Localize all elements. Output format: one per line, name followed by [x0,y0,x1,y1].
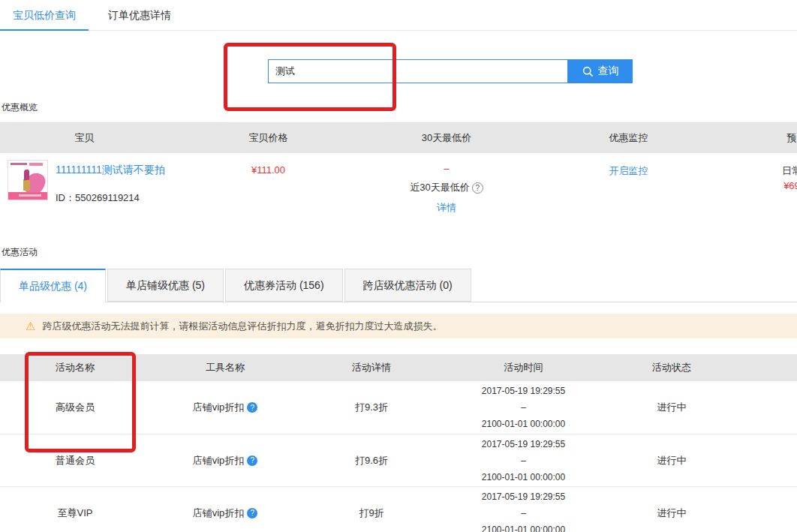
product-price: ¥111.00 [169,153,368,233]
overview-col-30day-low: 30天最低价 [368,131,525,145]
low30-label: 近30天最低价 [410,181,469,194]
product-title-link[interactable]: 111111111测试请不要拍 [56,164,165,177]
overview-col-presale: 预 [732,131,797,145]
activity-table-header: 活动名称 工具名称 活动详情 活动时间 活动状态 [0,354,797,381]
activity-name: 至尊VIP [0,506,150,520]
activity-time-separator: – [443,399,604,416]
start-monitor-link[interactable]: 开启监控 [609,165,648,176]
search-button-label: 查询 [598,65,619,78]
activity-status: 进行中 [604,401,739,414]
low30-detail-link[interactable]: 详情 [368,201,525,215]
activity-tool: 店铺vip折扣 [193,506,245,520]
search-button[interactable]: 查询 [568,59,633,83]
search-input[interactable] [268,59,568,83]
activity-time-start: 2017-05-19 19:29:55 [443,383,604,399]
warning-banner: ⚠ 跨店级优惠活动无法提前计算，请根据活动信息评估折扣力度，避免折扣力度过大造成… [0,314,797,338]
activity-name: 高级会员 [0,401,150,414]
table-row: 高级会员 店铺vip折扣 ? 打9.3折 2017-05-19 19:29:55… [0,381,797,434]
page: 宝贝低价查询 订单优惠详情 查询 优惠概览 宝贝 宝贝价格 30天最低价 优惠监… [0,0,797,532]
activity-col-time: 活动时间 [443,361,604,374]
activity-status: 进行中 [604,454,739,467]
activity-col-status: 活动状态 [604,361,739,374]
warning-text: 跨店级优惠活动无法提前计算，请根据活动信息评估折扣力度，避免折扣力度过大造成损失… [42,320,442,333]
activity-time-separator: – [443,452,604,469]
activity-status: 进行中 [604,506,739,520]
activity-detail: 打9折 [300,506,443,520]
activity-detail: 打9.6折 [300,454,443,467]
search-icon [582,66,594,77]
promo-type-label: 日常 [732,164,797,178]
tool-help-icon[interactable]: ? [247,508,257,518]
activity-time-end: 2100-01-01 00:00:00 [443,416,604,432]
overview-section-title: 优惠概览 [2,101,38,114]
low30-help-icon[interactable]: ? [472,182,483,194]
activity-tool: 店铺vip折扣 [193,401,245,414]
table-row: 至尊VIP 店铺vip折扣 ? 打9折 2017-05-19 19:29:55 … [0,487,797,532]
activity-time-end: 2100-01-01 00:00:00 [443,469,604,485]
overview-col-item: 宝贝 [0,131,169,145]
activity-section-title: 优惠活动 [2,246,38,259]
tab-coupon-activity[interactable]: 优惠券活动 (156) [225,269,343,302]
product-thumbnail[interactable] [8,160,48,200]
activity-time: 2017-05-19 19:29:55 – 2100-01-01 00:00:0… [443,436,604,485]
overview-product-row: 111111111测试请不要拍 ID：550269119214 ¥111.00 … [0,153,797,233]
overview-col-monitor: 优惠监控 [525,131,732,145]
activity-detail: 打9.3折 [300,401,443,414]
tab-cross-shop-activity[interactable]: 跨店级优惠活动 (0) [344,269,471,302]
activity-time: 2017-05-19 19:29:55 – 2100-01-01 00:00:0… [443,488,604,532]
activity-time-end: 2100-01-01 00:00:00 [443,521,604,532]
tab-item-level-discount[interactable]: 单品级优惠 (4) [0,269,106,302]
tool-help-icon[interactable]: ? [247,402,257,413]
product-id: ID：550269119214 [56,191,165,205]
activity-time-start: 2017-05-19 19:29:55 [443,488,604,505]
table-row: 普通会员 店铺vip折扣 ? 打9.6折 2017-05-19 19:29:55… [0,434,797,487]
activity-name: 普通会员 [0,454,150,467]
promo-price: ¥69 [732,180,797,191]
activity-col-detail: 活动详情 [300,361,443,374]
activity-tab-bar: 单品级优惠 (4) 单店铺级优惠 (5) 优惠券活动 (156) 跨店级优惠活动… [0,269,473,302]
activity-time-separator: – [443,505,604,521]
activity-time: 2017-05-19 19:29:55 – 2100-01-01 00:00:0… [443,383,604,432]
tab-shop-level-discount[interactable]: 单店铺级优惠 (5) [107,269,224,302]
activity-table-body: 高级会员 店铺vip折扣 ? 打9.3折 2017-05-19 19:29:55… [0,381,797,532]
low30-value: – [368,161,525,176]
overview-col-price: 宝贝价格 [169,131,368,145]
activity-tool: 店铺vip折扣 [193,454,245,467]
overview-table-header: 宝贝 宝贝价格 30天最低价 优惠监控 预 [0,122,797,153]
page-tab-bar: 宝贝低价查询 订单优惠详情 [0,0,797,31]
activity-col-name: 活动名称 [0,361,150,374]
warning-icon: ⚠ [26,320,35,332]
tool-help-icon[interactable]: ? [247,455,257,466]
activity-col-tool: 工具名称 [150,361,300,374]
tab-item-low-price-query[interactable]: 宝贝低价查询 [0,0,89,31]
tab-order-discount-detail[interactable]: 订单优惠详情 [89,0,191,31]
activity-time-start: 2017-05-19 19:29:55 [443,436,604,452]
